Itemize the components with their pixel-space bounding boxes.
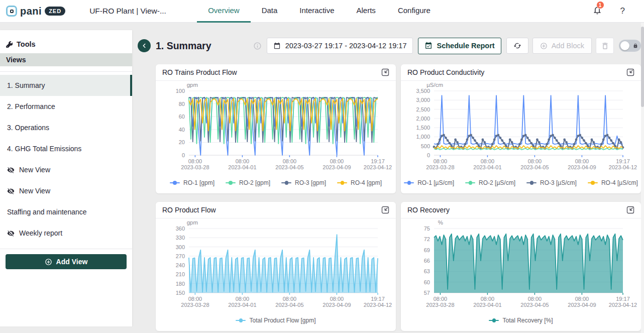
axis-label: 75 bbox=[424, 226, 430, 232]
legend-item[interactable]: RO-2 [µS/cm] bbox=[465, 179, 515, 186]
series-marker bbox=[579, 134, 581, 136]
sidebar-item-3-operations[interactable]: 3. Operations bbox=[0, 117, 132, 138]
axis-label: 2023-04-12 bbox=[609, 164, 637, 170]
sidebar-item-1-summary[interactable]: 1. Summary bbox=[0, 75, 132, 96]
sidebar-item-new-view[interactable]: New View bbox=[0, 159, 132, 180]
legend-item[interactable]: RO-2 [gpm] bbox=[226, 179, 270, 186]
series-marker bbox=[565, 141, 568, 144]
axis-label: 08:00 bbox=[330, 296, 344, 302]
refresh-button[interactable] bbox=[506, 38, 528, 54]
sidebar-item-label: New View bbox=[19, 166, 50, 174]
scrollbar-thumb[interactable] bbox=[641, 27, 644, 107]
series-marker bbox=[472, 137, 474, 139]
axis-label: 08:00 bbox=[434, 158, 448, 164]
collapse-sidebar-button[interactable] bbox=[138, 39, 151, 52]
series-marker bbox=[493, 139, 496, 141]
legend-item[interactable]: RO-1 [µS/cm] bbox=[404, 179, 454, 186]
legend-item[interactable]: RO-3 [µS/cm] bbox=[526, 179, 577, 186]
legend-item[interactable]: RO-4 [gpm] bbox=[337, 179, 382, 186]
axis-label: 2023-04-05 bbox=[275, 302, 303, 308]
tab-configure[interactable]: Configure bbox=[387, 0, 442, 23]
series-marker bbox=[511, 141, 513, 144]
axis-label: 08:00 bbox=[283, 296, 297, 302]
chart-plot[interactable]: 05001,0001,5002,0002,5003,0003,500µS/cm0… bbox=[401, 81, 641, 174]
scrollbar[interactable] bbox=[641, 23, 644, 333]
card-header: RO Product Flow bbox=[156, 202, 396, 218]
plant-title[interactable]: UF-RO Plant | View-... bbox=[89, 7, 179, 16]
series-marker bbox=[443, 134, 445, 136]
tab-alerts[interactable]: Alerts bbox=[346, 0, 387, 23]
chart-plot[interactable]: 150180210240270300330360gpm08:002023-03-… bbox=[156, 218, 396, 312]
edit-lock-toggle[interactable] bbox=[619, 40, 641, 52]
logo-badge: ZED bbox=[45, 7, 65, 16]
delete-view-button[interactable] bbox=[596, 38, 614, 54]
legend-item[interactable]: RO-3 [gpm] bbox=[281, 179, 326, 186]
schedule-report-button[interactable]: Schedule Report bbox=[418, 38, 501, 54]
axis-label: 69 bbox=[424, 247, 430, 253]
expand-icon[interactable] bbox=[626, 206, 634, 214]
nav-tabs: OverviewDataInteractiveAlertsConfigure bbox=[197, 0, 442, 23]
notifications-button[interactable]: 1 bbox=[592, 5, 602, 17]
legend-marker-icon bbox=[526, 182, 536, 184]
chart-legend: RO-1 [µS/cm]RO-2 [µS/cm]RO-3 [µS/cm]RO-4… bbox=[401, 175, 641, 190]
axis-label: 2023-04-01 bbox=[473, 302, 501, 308]
axis-label: 500 bbox=[421, 143, 430, 149]
chart-body[interactable]: 05001,0001,5002,0002,5003,0003,500µS/cm0… bbox=[401, 81, 641, 174]
sidebar-item-staffing-and-maintenance[interactable]: Staffing and maintenance bbox=[0, 201, 132, 223]
expand-icon[interactable] bbox=[626, 68, 634, 76]
chart-card-ro-trains-product-flow: RO Trains Product Flow 020406080100gpm08… bbox=[156, 64, 396, 193]
series-marker bbox=[476, 142, 478, 145]
chart-title: RO Recovery bbox=[407, 206, 450, 214]
sidebar-item-label: 3. Operations bbox=[7, 124, 49, 132]
axis-label: 19:17 bbox=[616, 296, 630, 302]
expand-icon[interactable] bbox=[381, 68, 389, 76]
axis-label: 2023-04-05 bbox=[275, 164, 303, 170]
chart-body[interactable]: 020406080100gpm08:002023-03-2808:002023-… bbox=[156, 81, 396, 174]
chart-legend: RO-1 [gpm]RO-2 [gpm]RO-3 [gpm]RO-4 [gpm] bbox=[156, 175, 396, 190]
add-view-button[interactable]: Add View bbox=[6, 254, 127, 269]
axis-label: 2,500 bbox=[416, 106, 430, 113]
axis-label: 80 bbox=[179, 101, 185, 107]
chart-plot[interactable]: 020406080100gpm08:002023-03-2808:002023-… bbox=[156, 81, 396, 174]
sidebar-item-new-view[interactable]: New View bbox=[0, 180, 132, 201]
series-marker bbox=[620, 141, 622, 144]
legend-label: RO-2 [gpm] bbox=[239, 179, 270, 186]
axis-label: 19:17 bbox=[616, 158, 630, 164]
add-block-button[interactable]: Add Block bbox=[532, 38, 592, 54]
help-icon[interactable]: ? bbox=[620, 6, 625, 16]
axis-label: 150 bbox=[176, 290, 185, 296]
chart-body[interactable]: 150180210240270300330360gpm08:002023-03-… bbox=[156, 218, 396, 312]
chart-card-ro-product-flow: RO Product Flow 150180210240270300330360… bbox=[156, 202, 396, 331]
axis-label: 08:00 bbox=[528, 296, 542, 302]
sidebar-item-2-performance[interactable]: 2. Performance bbox=[0, 96, 132, 117]
series-marker bbox=[530, 142, 532, 145]
legend-item[interactable]: Total Product Flow [gpm] bbox=[236, 317, 315, 324]
legend-item[interactable]: RO-1 [gpm] bbox=[170, 179, 214, 186]
tab-data[interactable]: Data bbox=[251, 0, 289, 23]
sidebar-item-4-ghg-total-emissions[interactable]: 4. GHG Total Emissions bbox=[0, 138, 132, 159]
expand-icon[interactable] bbox=[381, 206, 389, 214]
tab-overview[interactable]: Overview bbox=[197, 0, 251, 23]
series-marker bbox=[538, 141, 541, 144]
axis-label: 19:17 bbox=[371, 158, 385, 164]
legend-label: RO-2 [µS/cm] bbox=[479, 179, 515, 186]
views-list: 1. Summary2. Performance3. Operations4. … bbox=[0, 75, 132, 244]
axis-label: 270 bbox=[176, 253, 185, 259]
chart-title: RO Product Flow bbox=[162, 206, 216, 214]
axis-label: 08:00 bbox=[283, 158, 297, 164]
legend-marker-icon bbox=[404, 182, 414, 184]
sidebar-item-weekly-report[interactable]: Weekly report bbox=[0, 223, 132, 244]
axis-label: gpm bbox=[187, 82, 198, 88]
series-marker bbox=[606, 134, 609, 136]
chart-body[interactable]: 57606366697275%08:002023-03-2808:002023-… bbox=[401, 218, 641, 312]
info-icon[interactable] bbox=[253, 42, 262, 50]
series-marker bbox=[558, 142, 560, 145]
date-range-picker[interactable]: 2023-03-27 19:17 - 2023-04-12 19:17 bbox=[267, 38, 413, 54]
series-marker bbox=[556, 139, 558, 142]
legend-item[interactable]: RO-4 [µS/cm] bbox=[588, 179, 638, 186]
tab-interactive[interactable]: Interactive bbox=[288, 0, 345, 23]
app-logo[interactable]: pani ZED bbox=[6, 6, 65, 17]
axis-label: 330 bbox=[176, 235, 185, 241]
chart-plot[interactable]: 57606366697275%08:002023-03-2808:002023-… bbox=[401, 218, 641, 312]
legend-item[interactable]: Total Recovery [%] bbox=[489, 317, 553, 324]
